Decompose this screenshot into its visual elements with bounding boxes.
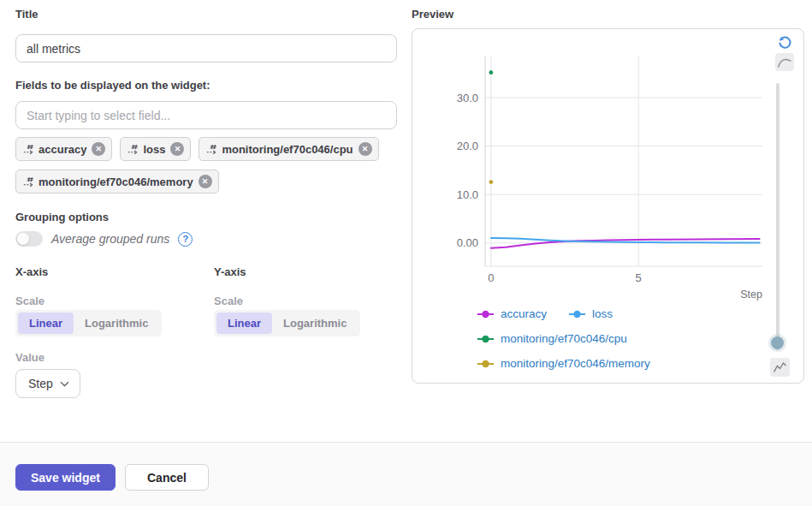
field-tag-label: monitoring/ef70c046/memory xyxy=(39,176,193,188)
preview-panel: 0.0010.020.030.005Step accuracylossmonit… xyxy=(412,28,804,384)
x-scale-linear-option[interactable]: Linear xyxy=(18,313,74,334)
y-scale-linear-option[interactable]: Linear xyxy=(216,313,272,334)
title-label: Title xyxy=(15,8,39,21)
x-axis-scale-control: Linear Logarithmic xyxy=(15,310,162,336)
smoothing-slider-track[interactable] xyxy=(776,83,779,350)
fields-label: Fields to be displayed on the widget: xyxy=(15,79,210,92)
footer-bar: Save widget Cancel xyxy=(0,442,812,506)
svg-text:30.0: 30.0 xyxy=(457,92,478,104)
smoothing-curve-icon xyxy=(777,57,792,68)
field-tag-label: monitoring/ef70c046/cpu xyxy=(222,143,353,156)
line-chart-icon xyxy=(773,361,787,373)
legend-marker-icon xyxy=(477,360,494,368)
x-axis-value-selected: Step xyxy=(28,377,53,390)
legend-item[interactable]: loss xyxy=(569,307,613,321)
field-tag-label: accuracy xyxy=(39,143,86,156)
reset-zoom-icon xyxy=(778,36,792,51)
average-grouped-runs-toggle[interactable] xyxy=(15,231,43,247)
toggle-knob xyxy=(17,233,29,245)
svg-text:Step: Step xyxy=(740,289,762,301)
smoothing-slider-handle[interactable] xyxy=(771,336,784,349)
reset-zoom-button[interactable] xyxy=(777,35,792,51)
legend-marker-icon xyxy=(477,335,494,343)
field-tag: monitoring/ef70c046/memory ✕ xyxy=(15,170,219,193)
legend-item[interactable]: accuracy xyxy=(477,307,547,321)
legend-marker-icon xyxy=(477,310,494,318)
chart-legend: accuracylossmonitoring/ef70c046/cpumonit… xyxy=(477,307,744,371)
svg-text:0.00: 0.00 xyxy=(457,236,478,249)
tags-row-2: monitoring/ef70c046/memory ✕ xyxy=(15,170,219,193)
series-field-icon xyxy=(206,144,219,155)
legend-label: monitoring/ef70c046/memory xyxy=(501,356,650,371)
svg-text:10.0: 10.0 xyxy=(457,188,478,201)
x-axis-value-label: Value xyxy=(15,351,44,364)
field-search-input[interactable] xyxy=(15,101,397,129)
x-scale-logarithmic-option[interactable]: Logarithmic xyxy=(74,313,159,334)
legend-label: accuracy xyxy=(501,307,547,321)
remove-tag-icon[interactable]: ✕ xyxy=(359,142,372,156)
series-field-icon xyxy=(23,144,36,155)
field-tag: loss ✕ xyxy=(120,137,191,161)
grouping-toggle-row: Average grouped runs ? xyxy=(15,231,193,247)
legend-marker-icon xyxy=(569,310,585,318)
average-grouped-runs-label: Average grouped runs xyxy=(51,232,169,246)
x-axis-scale-label: Scale xyxy=(15,295,44,307)
y-axis-label: Y-axis xyxy=(214,265,246,278)
series-field-icon xyxy=(23,176,36,188)
field-tag: monitoring/ef70c046/cpu ✕ xyxy=(199,137,378,161)
chevron-down-icon xyxy=(60,381,69,387)
remove-tag-icon[interactable]: ✕ xyxy=(199,175,212,188)
svg-text:5: 5 xyxy=(636,271,642,284)
title-input[interactable] xyxy=(15,34,397,63)
series-field-icon xyxy=(127,144,140,155)
cancel-button[interactable]: Cancel xyxy=(125,464,209,491)
legend-label: loss xyxy=(592,307,613,321)
x-axis-value-select[interactable]: Step xyxy=(15,369,80,398)
field-tag-label: loss xyxy=(143,143,165,156)
grouping-options-label: Grouping options xyxy=(15,211,109,223)
y-axis-scale-label: Scale xyxy=(214,295,243,307)
tags-row-1: accuracy ✕ loss ✕ monitoring/ef70c046/cp… xyxy=(15,137,379,161)
remove-tag-icon[interactable]: ✕ xyxy=(92,142,105,156)
preview-label: Preview xyxy=(412,8,453,21)
remove-tag-icon[interactable]: ✕ xyxy=(170,142,184,156)
legend-item[interactable]: monitoring/ef70c046/cpu xyxy=(477,331,627,346)
field-tag: accuracy ✕ xyxy=(15,137,112,161)
chart-style-button[interactable] xyxy=(770,358,790,377)
legend-item[interactable]: monitoring/ef70c046/memory xyxy=(477,356,650,371)
legend-label: monitoring/ef70c046/cpu xyxy=(501,331,627,346)
x-axis-label: X-axis xyxy=(15,265,48,278)
svg-text:20.0: 20.0 xyxy=(457,140,478,152)
y-scale-logarithmic-option[interactable]: Logarithmic xyxy=(272,313,358,334)
svg-text:0: 0 xyxy=(488,271,494,284)
save-widget-button[interactable]: Save widget xyxy=(15,464,116,491)
help-icon[interactable]: ? xyxy=(178,232,193,247)
y-axis-scale-control: Linear Logarithmic xyxy=(214,310,360,336)
smoothing-button[interactable] xyxy=(775,53,794,71)
